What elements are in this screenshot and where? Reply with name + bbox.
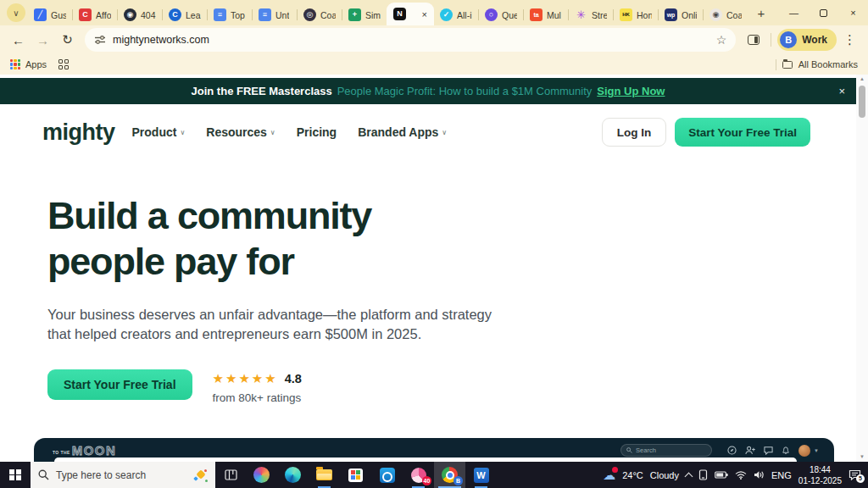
window-controls: — × (779, 0, 868, 25)
site-info-icon[interactable] (94, 35, 106, 45)
taskbar-app-stats[interactable]: 40 (403, 462, 434, 488)
tray-expand-icon[interactable] (685, 472, 693, 480)
reload-icon[interactable]: ↻ (56, 29, 79, 52)
back-icon[interactable]: ← (7, 29, 30, 52)
browser-tab[interactable]: ≡ Top (208, 4, 252, 25)
volume-icon[interactable] (754, 470, 765, 480)
browser-tab-active-mighty[interactable]: N × (387, 3, 434, 25)
url-text[interactable]: mightynetworks.com (113, 34, 709, 46)
free-trial-button-hero[interactable]: Start Your Free Trial (47, 369, 192, 400)
scroll-down-icon[interactable]: ▼ (856, 454, 868, 459)
discover-icon[interactable] (727, 446, 737, 455)
browser-tab[interactable]: C Affo (73, 4, 117, 25)
tab-title: Sim (365, 10, 381, 20)
desktop-screen: ∨ ╱ Gus C Affo ◉ 404 C Lea ≡ Top ≡ Unt (0, 0, 868, 488)
browser-tab[interactable]: ≡ Unt (253, 4, 297, 25)
browser-tab[interactable]: ○ Que (479, 4, 523, 25)
browser-tab[interactable]: ◉ Coa (704, 4, 748, 25)
chat-icon[interactable] (764, 446, 773, 455)
browser-tab[interactable]: HK Hon (614, 4, 658, 25)
new-tab-button[interactable]: + (751, 3, 771, 23)
taskbar-search-input[interactable]: Type here to search (31, 462, 215, 488)
taskbar-app-edge[interactable] (277, 462, 309, 488)
browser-tab[interactable]: ◉ 404 (118, 4, 162, 25)
taskbar-app-store[interactable] (340, 462, 371, 488)
bookmarks-bar: Apps All Bookmarks (0, 54, 868, 75)
bookmark-star-icon[interactable]: ☆ (716, 33, 727, 47)
folder-icon (782, 61, 793, 69)
start-button[interactable] (0, 462, 31, 488)
hero-section: Build a communitypeople pay for Your bus… (47, 193, 792, 404)
browser-tab[interactable]: ✓ All-i (434, 4, 478, 25)
tab-favicon: wp (665, 8, 677, 21)
tab-favicon: ╱ (34, 8, 47, 21)
browser-tab[interactable]: + Sim (342, 4, 387, 25)
action-center-button[interactable]: 5 (849, 469, 861, 480)
banner-signup-link[interactable]: Sign Up Now (597, 85, 665, 97)
taskbar-app-chrome[interactable]: B (434, 462, 465, 488)
login-button[interactable]: Log In (602, 118, 667, 147)
wifi-icon[interactable] (735, 471, 747, 480)
weather-temperature[interactable]: 24°C (622, 470, 643, 480)
browser-tab[interactable]: ╱ Gus (28, 4, 72, 25)
taskbar-app-copilot[interactable] (246, 462, 277, 488)
weather-alert-dot (612, 467, 618, 473)
browser-tab[interactable]: ✳ Stre (569, 4, 613, 25)
menu-icon[interactable]: ⋮ (838, 29, 861, 52)
scroll-up-icon[interactable]: ▲ (856, 76, 868, 81)
minimize-button[interactable]: — (779, 0, 809, 25)
search-highlights-icon[interactable] (194, 469, 208, 482)
weather-condition[interactable]: Cloudy (650, 470, 679, 480)
battery-icon[interactable] (715, 471, 728, 479)
tab-favicon-mighty: N (393, 8, 406, 20)
all-bookmarks-label[interactable]: All Bookmarks (798, 59, 858, 69)
copilot-icon (253, 467, 270, 483)
address-bar[interactable]: mightynetworks.com ☆ (85, 28, 736, 52)
bookmark-grid-icon[interactable] (58, 59, 69, 69)
browser-tab[interactable]: ta Mul (524, 4, 568, 25)
tab-favicon: + (348, 8, 361, 21)
invite-member-icon[interactable] (745, 446, 755, 455)
taskbar-app-word[interactable]: W (465, 462, 497, 488)
apps-grid-icon[interactable] (10, 59, 20, 69)
search-icon (38, 469, 49, 480)
nav-item-product[interactable]: Product∨ (132, 125, 186, 139)
free-trial-button-nav[interactable]: Start Your Free Trial (675, 118, 810, 147)
tab-favicon: ◉ (124, 8, 136, 21)
language-indicator[interactable]: ENG (771, 470, 792, 480)
tab-close-icon[interactable]: × (422, 9, 427, 19)
side-panel-icon[interactable] (742, 29, 765, 52)
taskbar-app-outlook[interactable] (371, 462, 403, 488)
tab-title: Coa (726, 10, 742, 20)
browser-tab[interactable]: ◎ Coa (298, 4, 342, 25)
task-view-button[interactable] (215, 462, 246, 488)
close-window-button[interactable]: × (838, 0, 868, 25)
tray-time: 18:44 (810, 465, 831, 474)
tab-search-icon[interactable]: ∨ (7, 3, 25, 22)
phone-link-icon[interactable] (698, 469, 708, 480)
community-search-input[interactable]: Search (620, 444, 712, 457)
mighty-logo[interactable]: mighty (42, 119, 115, 146)
chevron-down-icon: ∨ (442, 129, 447, 136)
clock[interactable]: 18:44 01-12-2025 (798, 464, 842, 486)
apps-label[interactable]: Apps (25, 59, 47, 69)
nav-item-resources[interactable]: Resources∨ (206, 125, 275, 139)
forward-icon[interactable]: → (31, 29, 54, 52)
notification-badge: 40 (422, 476, 431, 485)
weather-cloud-icon[interactable]: ☁ (603, 469, 615, 481)
taskbar-app-file-explorer[interactable] (309, 462, 340, 488)
scrollbar-thumb[interactable] (859, 86, 865, 118)
tab-favicon: C (79, 8, 92, 21)
community-avatar[interactable] (798, 445, 810, 457)
notifications-bell-icon[interactable] (782, 446, 790, 455)
restore-button[interactable] (809, 0, 838, 25)
browser-tab[interactable]: wp Onli (659, 4, 703, 25)
banner-close-icon[interactable]: × (838, 78, 845, 104)
nav-item-pricing[interactable]: Pricing (297, 125, 337, 139)
chevron-down-icon: ∨ (270, 129, 275, 136)
profile-chip[interactable]: B Work (777, 29, 837, 51)
browser-tab[interactable]: C Lea (163, 4, 207, 25)
page-scrollbar[interactable]: ▲ ▼ (856, 75, 868, 462)
chevron-down-icon[interactable]: ▼ (814, 448, 819, 453)
nav-item-branded-apps[interactable]: Branded Apps∨ (358, 125, 447, 139)
